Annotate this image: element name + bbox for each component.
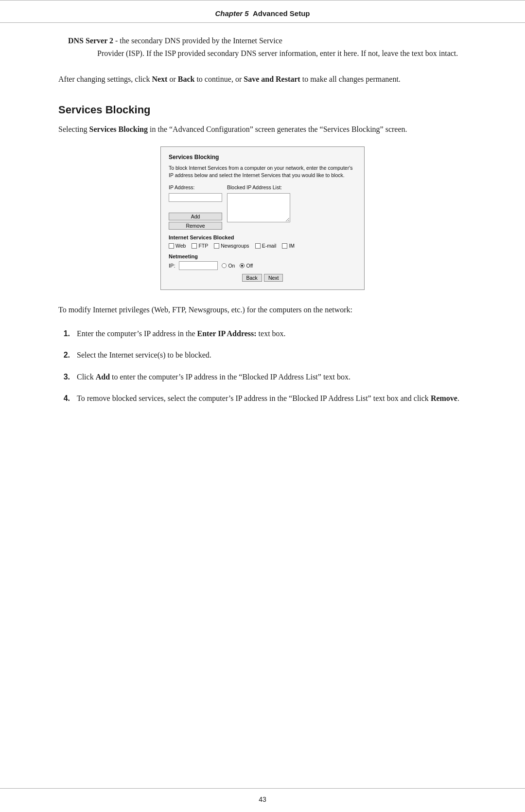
sb-netmeeting-ip-row: IP: On Off (169, 261, 356, 270)
sb-remove-button[interactable]: Remove (169, 222, 222, 230)
im-label: IM (289, 243, 295, 249)
intro-para: Selecting Services Blocking in the “Adva… (58, 123, 467, 136)
sb-radio-off[interactable]: Off (240, 263, 253, 269)
web-checkbox[interactable] (169, 243, 174, 249)
dns-description-indent: Provider (ISP). If the ISP provided seco… (68, 47, 467, 60)
sb-row-ip: IP Address: Add Remove Blocked IP Addres… (169, 184, 356, 230)
chapter-header: Chapter 5 Advanced Setup (0, 0, 525, 22)
dns-block: DNS Server 2 - the secondary DNS provide… (58, 35, 467, 59)
add-bold: Add (96, 373, 110, 381)
sb-title: Services Blocking (169, 154, 356, 161)
radio-on-icon[interactable] (222, 263, 227, 268)
remove-bold: Remove (431, 394, 457, 402)
sb-checkboxes: Web FTP Newsgroups E-mail (169, 243, 356, 249)
page-number: 43 (0, 795, 525, 803)
sb-netmeeting-label: Netmeeting (169, 253, 356, 259)
sb-ip-field-label: IP: (169, 263, 175, 269)
sb-checkbox-newsgroups[interactable]: Newsgroups (214, 243, 249, 249)
list-content-3: Click Add to enter the computer’s IP add… (77, 371, 467, 383)
sb-internet-services-label: Internet Services Blocked (169, 235, 356, 240)
sb-next-button[interactable]: Next (264, 274, 283, 282)
list-num-4: 4. (58, 392, 70, 405)
next-bold: Next (152, 75, 167, 83)
radio-off-label: Off (246, 263, 253, 269)
chapter-title: Advanced Setup (253, 9, 310, 18)
steps-list: 1. Enter the computer’s IP address in th… (58, 327, 467, 405)
email-label: E-mail (262, 243, 277, 249)
list-item: 4. To remove blocked services, select th… (58, 392, 467, 405)
sb-add-button[interactable]: Add (169, 213, 222, 220)
list-num-2: 2. (58, 349, 70, 361)
sb-netmeeting-section: Netmeeting IP: On Off (169, 253, 356, 270)
page-container: Chapter 5 Advanced Setup DNS Server 2 - … (0, 0, 525, 812)
list-content-1: Enter the computer’s IP address in the E… (77, 327, 467, 340)
ftp-label: FTP (198, 243, 208, 249)
sb-checkbox-ftp[interactable]: FTP (192, 243, 208, 249)
sb-nav-buttons: Back Next (169, 274, 356, 282)
list-item: 2. Select the Internet service(s) to be … (58, 349, 467, 361)
sb-buttons-col: Add Remove (169, 213, 222, 230)
save-restart-bold: Save and Restart (244, 75, 300, 83)
sb-blocked-textarea[interactable] (227, 193, 290, 222)
screenshot-box: Services Blocking To block Internet Serv… (160, 146, 365, 290)
sb-checkbox-im[interactable]: IM (282, 243, 295, 249)
chapter-label: Chapter 5 (215, 9, 248, 18)
sb-back-button[interactable]: Back (242, 274, 262, 282)
content-area: DNS Server 2 - the secondary DNS provide… (0, 23, 525, 454)
sb-ip-input[interactable] (169, 193, 222, 202)
list-num-1: 1. (58, 327, 70, 340)
screenshot-wrapper: Services Blocking To block Internet Serv… (58, 146, 467, 290)
newsgroups-label: Newsgroups (221, 243, 249, 249)
sb-blocked-label: Blocked IP Address List: (227, 184, 290, 190)
im-checkbox[interactable] (282, 243, 287, 249)
services-blocking-bold: Services Blocking (89, 125, 148, 133)
email-checkbox[interactable] (255, 243, 261, 249)
sb-netmeeting-ip-input[interactable] (179, 261, 218, 270)
list-content-2: Select the Internet service(s) to be blo… (77, 349, 467, 361)
radio-off-icon[interactable] (240, 263, 245, 268)
sb-radio-group: On Off (222, 263, 253, 269)
dns-term: DNS Server 2 (68, 36, 113, 45)
section-heading: Services Blocking (58, 104, 467, 116)
enter-ip-bold: Enter IP Address: (197, 329, 257, 338)
after-settings-para: After changing settings, click Next or B… (58, 73, 467, 86)
list-content-4: To remove blocked services, select the c… (77, 392, 467, 405)
list-item: 1. Enter the computer’s IP address in th… (58, 327, 467, 340)
back-bold: Back (178, 75, 195, 83)
sb-ip-label: IP Address: (169, 184, 222, 190)
list-item: 3. Click Add to enter the computer’s IP … (58, 371, 467, 383)
bottom-rule (0, 788, 525, 789)
sb-blocked-col: Blocked IP Address List: (227, 184, 290, 222)
body-para: To modify Internet privileges (Web, FTP,… (58, 304, 467, 316)
ftp-checkbox[interactable] (192, 243, 197, 249)
dns-paragraph: DNS Server 2 - the secondary DNS provide… (68, 35, 467, 59)
list-num-3: 3. (58, 371, 70, 383)
radio-on-label: On (228, 263, 235, 269)
sb-ip-col: IP Address: Add Remove (169, 184, 222, 230)
newsgroups-checkbox[interactable] (214, 243, 219, 249)
dns-description-inline: - the secondary DNS provided by the Inte… (115, 36, 282, 45)
web-label: Web (175, 243, 186, 249)
sb-desc: To block Internet Services from a comput… (169, 164, 356, 179)
sb-checkbox-email[interactable]: E-mail (255, 243, 277, 249)
sb-radio-on[interactable]: On (222, 263, 235, 269)
sb-checkbox-web[interactable]: Web (169, 243, 186, 249)
